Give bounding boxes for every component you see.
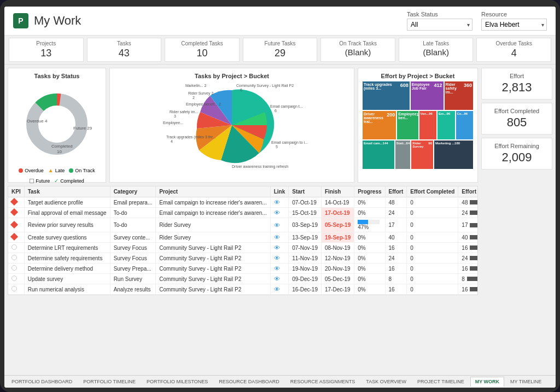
svg-text:2: 2 bbox=[192, 96, 195, 100]
effort-bar bbox=[470, 200, 477, 204]
cell-link: 👁 bbox=[270, 243, 289, 253]
donut-legend: Overdue ▲ Late On Track bbox=[13, 167, 101, 184]
link-icon[interactable]: 👁 bbox=[274, 222, 280, 229]
cell-project: Rider Survey bbox=[156, 218, 270, 232]
effort-remaining-text: 17 bbox=[462, 222, 468, 228]
treemap-cell-co: Co...96 bbox=[456, 111, 473, 139]
cell-effort-completed: 0 bbox=[407, 218, 458, 232]
cell-link: 👁 bbox=[270, 197, 289, 208]
link-icon[interactable]: 👁 bbox=[274, 276, 280, 282]
metric-effort-completed-label: Effort Completed bbox=[487, 108, 546, 114]
right-metrics-panel: Effort 2,813 Effort Completed 805 Effort… bbox=[481, 68, 552, 372]
cell-kpi bbox=[8, 208, 24, 218]
cell-effort-completed: 0 bbox=[407, 197, 458, 208]
metric-effort-value: 2,813 bbox=[487, 80, 546, 95]
task-status-filter-group: Task Status All bbox=[407, 11, 472, 31]
svg-text:Rider safety im...: Rider safety im... bbox=[170, 110, 199, 114]
link-icon[interactable]: 👁 bbox=[274, 234, 280, 241]
cell-link: 👁 bbox=[270, 274, 289, 284]
tasks-by-project-bucket-title: Tasks by Project > Bucket bbox=[114, 73, 349, 79]
kpi-projects-value: 13 bbox=[14, 48, 79, 59]
svg-text:Email campaign to i...: Email campaign to i... bbox=[271, 141, 308, 145]
cell-category: To-do bbox=[110, 208, 156, 218]
page-title: My Work bbox=[34, 14, 81, 28]
svg-point-3 bbox=[40, 108, 73, 141]
cell-task: Determine delivery method bbox=[24, 264, 110, 274]
cell-effort: 24 bbox=[385, 208, 407, 218]
effort-remaining-text: 24 bbox=[462, 210, 468, 216]
cell-project: Email campaign to increase rider's aware… bbox=[156, 197, 270, 208]
tab-project-timeline[interactable]: PROJECT TIMELINE bbox=[412, 377, 469, 387]
table-wrapper[interactable]: KPI Task Category Project Link Start Fin… bbox=[8, 186, 477, 295]
svg-text:Overdue 4: Overdue 4 bbox=[27, 119, 48, 124]
cell-category: Analyze results bbox=[110, 284, 156, 295]
cell-effort: 48 bbox=[385, 197, 407, 208]
col-category: Category bbox=[110, 186, 156, 197]
progress-bar-fill bbox=[358, 220, 368, 224]
table-header-row: KPI Task Category Project Link Start Fin… bbox=[8, 186, 477, 197]
effort-remaining-text: 16 bbox=[462, 286, 468, 292]
table-row: Final approval of email messageTo-doEmai… bbox=[8, 208, 477, 218]
treemap-row-3: Email cam...144 Stati...64 Rider Survey9… bbox=[363, 141, 473, 169]
kpi-overdue-label: Overdue Tasks bbox=[481, 40, 546, 46]
tab-portfolio-timeline[interactable]: PORTFOLIO TIMELINE bbox=[78, 377, 141, 387]
tab-task-overview[interactable]: TASK OVERVIEW bbox=[361, 377, 411, 387]
cell-link: 👁 bbox=[270, 284, 289, 295]
kpi-diamond-icon bbox=[10, 198, 18, 206]
device-frame: P My Work Task Status All Resource bbox=[0, 0, 560, 392]
cell-link: 👁 bbox=[270, 264, 289, 274]
late-legend-label: Late bbox=[55, 168, 65, 173]
effort-remaining-text: 8 bbox=[462, 276, 465, 282]
cell-progress: 47% bbox=[354, 218, 385, 232]
effort-remaining-text: 16 bbox=[462, 245, 468, 251]
tab-resource-dashboard[interactable]: RESOURCE DASHBOARD bbox=[214, 377, 284, 387]
cell-link: 👁 bbox=[270, 208, 289, 218]
cell-finish: 14-Oct-19 bbox=[321, 197, 354, 208]
cell-finish: 17-Oct-19 bbox=[321, 208, 354, 218]
kpi-diamond-icon bbox=[10, 220, 18, 228]
svg-text:Driver awareness training refr: Driver awareness training refresh bbox=[232, 165, 288, 169]
resource-select-wrapper[interactable]: Elva Hebert bbox=[481, 19, 547, 31]
cell-start: 13-Sep-19 bbox=[289, 232, 322, 243]
tab-portfolio-dashboard[interactable]: PORTFOLIO DASHBOARD bbox=[7, 377, 77, 387]
svg-text:Employee benefi... 2: Employee benefi... 2 bbox=[186, 102, 221, 107]
cell-effort: 8 bbox=[385, 274, 407, 284]
resource-select[interactable]: Elva Hebert bbox=[481, 19, 547, 31]
link-icon[interactable]: 👁 bbox=[274, 255, 280, 261]
cell-progress: 0% bbox=[354, 232, 385, 243]
link-icon[interactable]: 👁 bbox=[274, 209, 280, 216]
tab-portfolio-milestones[interactable]: PORTFOLIO MILESTONES bbox=[142, 377, 213, 387]
kpi-projects-label: Projects bbox=[14, 40, 79, 46]
svg-text:Future 29: Future 29 bbox=[73, 126, 92, 131]
ms-project-logo: P bbox=[13, 13, 28, 28]
link-icon[interactable]: 👁 bbox=[274, 286, 280, 292]
task-status-select[interactable]: All bbox=[407, 19, 472, 31]
chart-tasks-by-project-bucket: Tasks by Project > Bucket bbox=[109, 68, 354, 183]
link-icon[interactable]: 👁 bbox=[274, 199, 280, 206]
effort-bar bbox=[470, 235, 477, 239]
treemap-cell-employee-ben: Employee ben...120 bbox=[397, 111, 418, 139]
treemap-cell-rider-survey: Rider Survey96 bbox=[411, 141, 433, 169]
link-icon[interactable]: 👁 bbox=[274, 244, 280, 251]
cell-effort: 16 bbox=[385, 264, 407, 274]
task-status-label: Task Status bbox=[407, 11, 472, 17]
cell-task: Final approval of email message bbox=[24, 208, 110, 218]
effort-by-project-title: Effort by Project > Bucket bbox=[363, 73, 473, 79]
filters: Task Status All Resource Elva Hebert bbox=[407, 11, 547, 31]
cell-effort: 17 bbox=[385, 218, 407, 232]
tab-my-work[interactable]: MY WORK bbox=[470, 377, 504, 387]
cell-effort-completed: 0 bbox=[407, 243, 458, 253]
tab-resource-assignments[interactable]: RESOURCE ASSIGNMENTS bbox=[285, 377, 360, 387]
col-effort-completed: Effort Completed bbox=[407, 186, 458, 197]
task-status-select-wrapper[interactable]: All bbox=[407, 19, 472, 31]
tab-my-timeline[interactable]: MY TIMELINE bbox=[505, 377, 546, 387]
link-icon[interactable]: 👁 bbox=[274, 265, 280, 272]
cell-kpi bbox=[8, 218, 24, 232]
pie-chart-svg: Community Survey - Light Rail P2 6 Email… bbox=[155, 79, 308, 171]
cell-task: Target audience profile bbox=[24, 197, 110, 208]
cell-task: Run numerical analysis bbox=[24, 284, 110, 295]
cell-progress: 0% bbox=[354, 197, 385, 208]
cell-effort-remaining: 16 bbox=[458, 284, 477, 295]
cell-task: Create survey questions bbox=[24, 232, 110, 243]
treemap-cell-marketing: Marketing ...180 bbox=[434, 141, 473, 169]
